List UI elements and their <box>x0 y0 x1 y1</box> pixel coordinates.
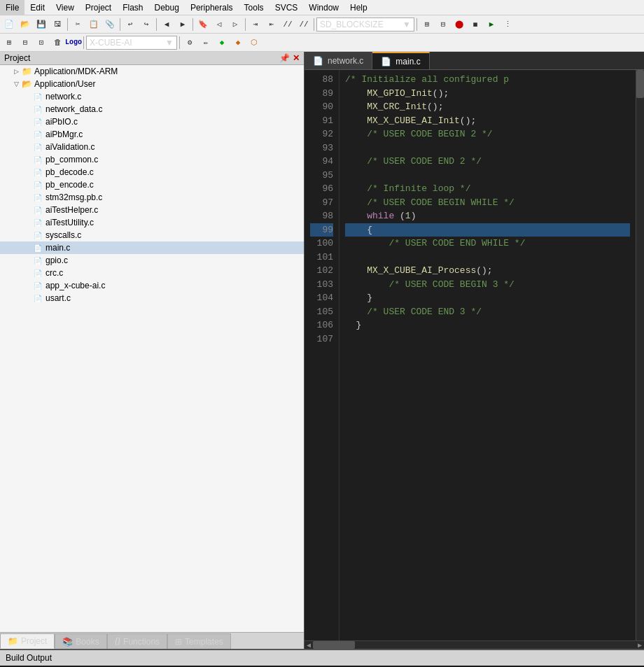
tab-main-c[interactable]: 📄 main.c <box>372 52 429 69</box>
scroll-right-btn[interactable]: ▶ <box>636 641 644 649</box>
hscroll-thumb[interactable] <box>313 641 355 649</box>
save-all-button[interactable]: 🖫 <box>50 17 65 32</box>
list-item[interactable]: 📄 main.c <box>0 241 304 254</box>
expander-mdk-arm[interactable]: ▷ <box>11 68 21 75</box>
tool1-button[interactable]: ⊞ <box>419 17 435 32</box>
tool2-button[interactable]: ⊟ <box>435 17 451 32</box>
edit-button[interactable]: ✏ <box>198 35 214 50</box>
pin-icon[interactable]: 📌 <box>279 53 290 63</box>
menu-flash[interactable]: Flash <box>117 0 148 15</box>
line-num: 104 <box>310 291 333 305</box>
tab-books[interactable]: 📚 Books <box>55 633 106 649</box>
bookmark-button[interactable]: 🔖 <box>195 17 211 32</box>
menu-debug[interactable]: Debug <box>149 0 185 15</box>
stop-button[interactable]: ◼ <box>468 17 483 32</box>
nav-back-button[interactable]: ◀ <box>159 17 174 32</box>
list-item[interactable]: 📄 crc.c <box>0 267 304 279</box>
more-button[interactable]: ⋮ <box>500 17 515 32</box>
list-item[interactable]: 📄 aiTestUtility.c <box>0 216 304 229</box>
close-panel-icon[interactable]: ✕ <box>293 53 300 63</box>
editor-hscrollbar[interactable]: ◀ ▶ <box>304 640 644 649</box>
functions-tab-icon: {} <box>115 636 120 647</box>
logo-button[interactable]: Logo <box>66 35 81 50</box>
scroll-left-btn[interactable]: ◀ <box>304 641 313 649</box>
unindent-button[interactable]: ⇤ <box>264 17 279 32</box>
menu-help[interactable]: Help <box>344 0 373 15</box>
cube-button[interactable]: ⬡ <box>246 35 262 50</box>
cut-button[interactable]: ✂ <box>70 17 85 32</box>
menu-window[interactable]: Window <box>303 0 344 15</box>
code-line-95 <box>345 169 630 183</box>
build2-button[interactable]: ⊞ <box>1 35 17 50</box>
tab-project[interactable]: 📁 Project <box>0 633 55 649</box>
new-button[interactable]: 📄 <box>1 17 17 32</box>
code-editor[interactable]: /* Initialize all configured p MX_GPIO_I… <box>340 70 636 640</box>
diamond2-button[interactable]: ◆ <box>230 35 246 50</box>
bookmark-prev-button[interactable]: ◁ <box>211 17 227 32</box>
menu-svcs[interactable]: SVCS <box>270 0 304 15</box>
hscroll-track[interactable] <box>313 641 636 649</box>
run-button[interactable]: ▶ <box>484 17 499 32</box>
list-item[interactable]: 📄 stm32msg.pb.c <box>0 191 304 204</box>
batch-button[interactable]: ⊡ <box>34 35 49 50</box>
list-item[interactable]: 📄 aiPbIO.c <box>0 115 304 128</box>
copy-button[interactable]: 📋 <box>86 17 102 32</box>
tree-item-mdk-arm[interactable]: ▷ 📁 Application/MDK-ARM <box>0 65 304 78</box>
tree-label: stm32msg.pb.c <box>46 192 102 202</box>
menu-edit[interactable]: Edit <box>24 0 50 15</box>
build-output-header: Build Output <box>0 650 644 666</box>
code-line-91: MX_X_CUBE_AI_Init(); <box>345 114 630 128</box>
list-item[interactable]: 📄 usart.c <box>0 292 304 304</box>
paste-button[interactable]: 📎 <box>102 17 118 32</box>
scrollbar-thumb[interactable] <box>636 70 644 98</box>
diamond-button[interactable]: ◆ <box>214 35 230 50</box>
code-line-89: MX_GPIO_Init(); <box>345 87 630 101</box>
file-icon: 📄 <box>32 179 43 190</box>
menu-view[interactable]: View <box>50 0 80 15</box>
menu-project[interactable]: Project <box>80 0 117 15</box>
list-item[interactable]: 📄 aiValidation.c <box>0 141 304 153</box>
list-item[interactable]: 📄 pb_encode.c <box>0 178 304 191</box>
menu-tools[interactable]: Tools <box>239 0 270 15</box>
editor-scrollbar[interactable] <box>636 70 644 640</box>
file-icon: 📄 <box>32 129 43 140</box>
menu-peripherals[interactable]: Peripherals <box>185 0 239 15</box>
debug-button[interactable]: ⬤ <box>451 17 467 32</box>
tab-functions[interactable]: {} Functions <box>107 633 167 649</box>
line-num: 96 <box>310 182 333 196</box>
tab-templates[interactable]: ⊞ Templates <box>167 633 231 649</box>
rebuild2-button[interactable]: ⊟ <box>18 35 33 50</box>
undo-button[interactable]: ↩ <box>122 17 138 32</box>
config-button[interactable]: ⚙ <box>182 35 197 50</box>
project-panel: Project 📌 ✕ ▷ 📁 Application/MDK-ARM ▽ 📂 … <box>0 52 304 649</box>
list-item[interactable]: 📄 aiTestHelper.c <box>0 204 304 216</box>
list-item[interactable]: 📄 app_x-cube-ai.c <box>0 279 304 292</box>
comment-button[interactable]: // <box>280 17 295 32</box>
list-item[interactable]: 📄 network.c <box>0 90 304 103</box>
project-header: Project 📌 ✕ <box>0 52 304 65</box>
menu-file[interactable]: File <box>0 0 24 15</box>
tree-item-app-user[interactable]: ▽ 📂 Application/User <box>0 78 304 90</box>
open-button[interactable]: 📂 <box>18 17 33 32</box>
bookmark-next-button[interactable]: ▷ <box>227 17 243 32</box>
books-tab-label: Books <box>76 637 99 647</box>
file-icon: 📄 <box>32 242 43 253</box>
sd-blocksize-dropdown[interactable]: SD_BLOCKSIZE ▼ <box>316 17 414 31</box>
expander-app-user[interactable]: ▽ <box>11 80 21 87</box>
tree-label: gpio.c <box>46 255 68 265</box>
list-item[interactable]: 📄 aiPbMgr.c <box>0 128 304 141</box>
list-item[interactable]: 📄 network_data.c <box>0 103 304 115</box>
uncomment-button[interactable]: // <box>296 17 312 32</box>
tab-network-c[interactable]: 📄 network.c <box>304 52 372 69</box>
nav-fwd-button[interactable]: ▶ <box>175 17 190 32</box>
list-item[interactable]: 📄 gpio.c <box>0 254 304 267</box>
tree-label: app_x-cube-ai.c <box>46 281 105 290</box>
xcubeai-dropdown[interactable]: X-CUBE-AI ▼ <box>86 36 177 50</box>
indent-button[interactable]: ⇥ <box>248 17 263 32</box>
redo-button[interactable]: ↪ <box>139 17 154 32</box>
list-item[interactable]: 📄 pb_decode.c <box>0 166 304 178</box>
clean-button[interactable]: 🗑 <box>50 35 65 50</box>
save-button[interactable]: 💾 <box>34 17 49 32</box>
list-item[interactable]: 📄 pb_common.c <box>0 153 304 166</box>
list-item[interactable]: 📄 syscalls.c <box>0 229 304 241</box>
